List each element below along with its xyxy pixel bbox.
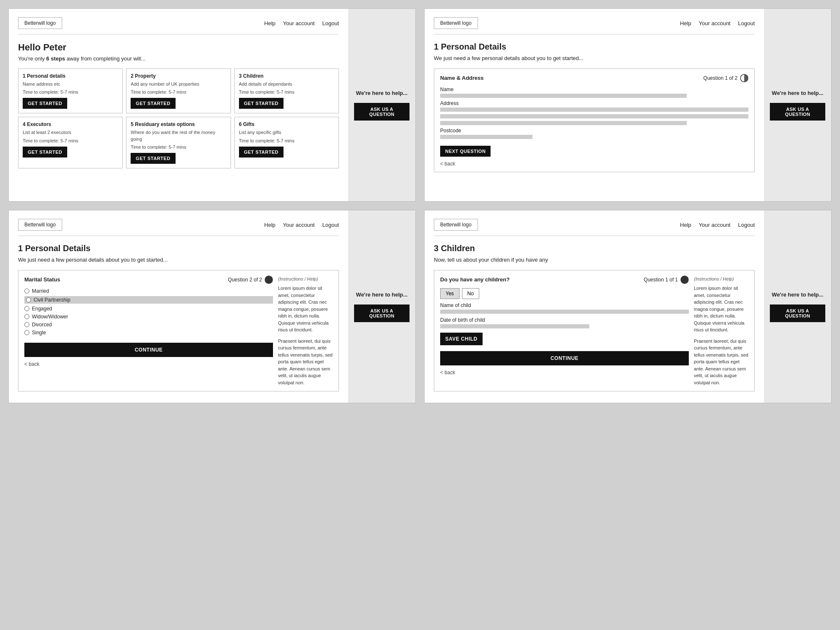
panel-main-children: Betterwill logo Help Your account Logout…	[425, 210, 764, 403]
child-dob-input[interactable]	[440, 324, 589, 328]
ask-question-btn-1[interactable]: ASK US A QUESTION	[354, 103, 410, 121]
panel-children: Betterwill logo Help Your account Logout…	[424, 210, 832, 403]
question-label-p3: Question 2 of 2	[228, 277, 262, 283]
continue-btn-p4[interactable]: CONTINUE	[440, 351, 689, 365]
radio-divorced[interactable]: Divorced	[24, 322, 273, 328]
panel-dashboard: Betterwill logo Help Your account Logout…	[8, 8, 416, 202]
card-1-btn[interactable]: GET STARTED	[23, 98, 67, 109]
greeting-sub: You're only 6 steps away from completing…	[18, 55, 339, 62]
child-name-label: Name of child	[440, 302, 689, 308]
radio-civil-circle	[26, 297, 31, 302]
cards-grid: 1 Personal details Name address etc Time…	[18, 68, 339, 168]
panel-main-personal-q2: Betterwill logo Help Your account Logout…	[9, 210, 348, 403]
back-link-p4[interactable]: < back	[440, 370, 455, 375]
card-1-desc: Name address etc	[23, 81, 118, 87]
card-5-desc: Where do you want the rest of the money …	[131, 129, 226, 142]
section-title-p2: 1 Personal Details	[434, 42, 755, 52]
logo-p4: Betterwill logo	[434, 219, 478, 231]
child-dob-label: Date of birth of child	[440, 317, 689, 323]
card-3-time: Time to complete: 5-7 mins	[239, 89, 334, 94]
radio-engaged[interactable]: Engaged	[24, 306, 273, 312]
address-input1-p2[interactable]	[440, 108, 748, 112]
nav-dashboard: Betterwill logo Help Your account Logout	[18, 17, 339, 34]
greeting-sub-text2: away from completing your will...	[65, 55, 145, 62]
nav-logout-3[interactable]: Logout	[322, 222, 339, 228]
radio-widow-label: Widow/Widower	[32, 314, 68, 320]
yes-no-row: Yes No	[440, 288, 689, 299]
nav-help-2[interactable]: Help	[680, 20, 691, 26]
radio-married[interactable]: Married	[24, 288, 273, 294]
save-child-btn[interactable]: SAVE CHILD	[440, 333, 483, 345]
greeting-sub-text1: You're only	[18, 55, 46, 62]
nav-account-2[interactable]: Your account	[699, 20, 730, 26]
card-6-title: 6 Gifts	[239, 121, 334, 127]
form-box-left-p3: Marital Status Question 2 of 2 Married	[24, 276, 273, 386]
panel-personal-q2: Betterwill logo Help Your account Logout…	[8, 210, 416, 403]
radio-civil-partnership[interactable]: Civil Partnership	[24, 296, 273, 304]
card-3-desc: Add details of dependants	[239, 81, 334, 87]
card-1-title: 1 Personal details	[23, 73, 118, 79]
question-label-p2: Question 1 of 2	[704, 75, 738, 81]
panel-personal-q1: Betterwill logo Help Your account Logout…	[424, 8, 832, 202]
logo-dashboard: Betterwill logo	[18, 17, 62, 29]
nav-account-3[interactable]: Your account	[283, 222, 315, 228]
child-name-input[interactable]	[440, 310, 689, 314]
sidebar-help-text-2: We're here to help...	[772, 90, 824, 96]
card-6-btn[interactable]: GET STARTED	[239, 147, 284, 158]
yes-btn[interactable]: Yes	[440, 288, 459, 299]
nav-links-dashboard: Help Your account Logout	[264, 20, 339, 26]
ask-question-btn-3[interactable]: ASK US A QUESTION	[354, 304, 410, 322]
back-link-p2[interactable]: < back	[440, 161, 455, 167]
next-question-btn[interactable]: NEXT QUESTION	[440, 146, 491, 157]
card-4-btn[interactable]: GET STARTED	[23, 147, 67, 158]
sidebar-help-text-1: We're here to help...	[356, 90, 408, 96]
section-title-p3: 1 Personal Details	[18, 244, 339, 253]
logo-p3: Betterwill logo	[18, 219, 62, 231]
nav-personal-q2: Betterwill logo Help Your account Logout	[18, 219, 339, 236]
address-label-p2: Address	[440, 100, 748, 106]
radio-engaged-circle	[24, 306, 29, 311]
card-3-btn[interactable]: GET STARTED	[239, 98, 284, 109]
card-4-desc: List at least 2 executors	[23, 129, 118, 136]
card-personal-details: 1 Personal details Name address etc Time…	[18, 68, 123, 113]
name-input-p2[interactable]	[440, 94, 687, 98]
ask-question-btn-2[interactable]: ASK US A QUESTION	[770, 103, 825, 121]
greeting-title: Hello Peter	[18, 42, 339, 53]
card-2-btn[interactable]: GET STARTED	[131, 98, 175, 109]
instructions-title-p4: (Instructions / Help)	[694, 276, 748, 283]
nav-help-4[interactable]: Help	[680, 222, 691, 228]
nav-logout-2[interactable]: Logout	[738, 20, 755, 26]
radio-single[interactable]: Single	[24, 330, 273, 336]
nav-logout-4[interactable]: Logout	[738, 222, 755, 228]
address-input2-p2[interactable]	[440, 114, 748, 118]
address-input3-p2[interactable]	[440, 121, 687, 125]
nav-children: Betterwill logo Help Your account Logout	[434, 219, 755, 236]
question-label-p4: Question 1 of 1	[644, 277, 678, 283]
form-box-right-p3: (Instructions / Help) Lorem ipsum dolor …	[278, 276, 333, 386]
nav-help-1[interactable]: Help	[264, 20, 276, 26]
panel-main-dashboard: Betterwill logo Help Your account Logout…	[9, 9, 348, 201]
progress-icon-p4	[680, 276, 689, 284]
card-property: 2 Property Add any number of UK properti…	[126, 68, 231, 113]
form-box-marital-status: Marital Status Question 2 of 2 Married	[18, 270, 339, 392]
progress-icon-p2	[740, 74, 748, 82]
back-link-p3[interactable]: < back	[24, 361, 39, 367]
card-4-time: Time to complete: 5-7 mins	[23, 138, 118, 143]
question-indicator-p4: Question 1 of 1	[644, 276, 689, 284]
no-btn[interactable]: No	[462, 288, 479, 299]
nav-account-4[interactable]: Your account	[699, 222, 730, 228]
radio-single-label: Single	[32, 330, 46, 336]
card-5-btn[interactable]: GET STARTED	[131, 153, 175, 164]
radio-widow[interactable]: Widow/Widower	[24, 314, 273, 320]
card-gifts: 6 Gifts List any specific gifts Time to …	[234, 117, 339, 168]
ask-question-btn-4[interactable]: ASK US A QUESTION	[770, 304, 825, 322]
nav-account-1[interactable]: Your account	[283, 20, 315, 26]
svg-point-2	[681, 276, 688, 284]
progress-icon-p3	[265, 276, 273, 284]
form-box-title-p4: Do you have any children?	[440, 276, 509, 283]
continue-btn-p3[interactable]: CONTINUE	[24, 343, 273, 357]
nav-logout-1[interactable]: Logout	[322, 20, 339, 26]
section-title-p4: 3 Children	[434, 244, 755, 253]
postcode-input-p2[interactable]	[440, 135, 533, 139]
nav-help-3[interactable]: Help	[264, 222, 276, 228]
